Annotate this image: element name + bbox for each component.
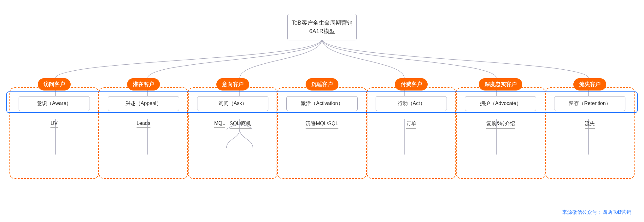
sub-items-1: UV [15,120,94,128]
outer-dashed-3: 询问（Ask） MQL SQL/商机 [188,87,277,179]
aware-box-3: 询问（Ask） [197,96,268,111]
outer-dashed-2: 兴趣（Appeal） Leads [99,87,188,179]
outer-dashed-4: 激活（Activation） 沉睡MQL/SQL [277,87,366,179]
sub-item-churn: 流失 [585,120,595,129]
outer-dashed-6: 拥护（Advocate） 复购&转介绍 [456,87,545,179]
sub-items-4: 沉睡MQL/SQL [282,120,361,129]
sub-item-order: 订单 [406,120,416,129]
col-loyal-customer: 深度忠实客户 拥护（Advocate） 复购&转介绍 [456,78,545,179]
sub-item-leads: Leads [137,120,150,128]
sub-items-3: MQL SQL/商机 [193,120,272,129]
sub-label-leads: Leads [137,120,150,128]
sub-items-2: Leads [104,120,183,128]
col-intent-customer: 意向客户 询问（Ask） MQL SQL/商机 [188,78,277,179]
sub-label-dormant-mql: 沉睡MQL/SQL [306,120,338,129]
sub-label-sql: SQL/商机 [230,120,251,129]
sub-items-6: 复购&转介绍 [461,120,540,129]
sub-item-dormant-mql: 沉睡MQL/SQL [306,120,338,129]
root-line2: 6A1R模型 [309,28,335,34]
root-line1: ToB客户全生命周期营销 [291,20,352,26]
col-dormant-customer: 沉睡客户 激活（Activation） 沉睡MQL/SQL [277,78,366,179]
outer-dashed-1: 意识（Aware） UV [9,87,99,179]
outer-dashed-7: 留存（Retention） 流失 [545,87,635,179]
aware-box-4: 激活（Activation） [286,96,358,111]
sub-items-7: 流失 [550,120,629,129]
col-visit-customer: 访问客户 意识（Aware） UV [9,78,99,179]
columns-container: 访问客户 意识（Aware） UV 潜在客户 兴趣（Appeal） Leads [0,78,644,179]
sub-item-repurchase: 复购&转介绍 [486,120,515,129]
col-potential-customer: 潜在客户 兴趣（Appeal） Leads [99,78,188,179]
sub-label-churn: 流失 [585,120,595,129]
aware-box-1: 意识（Aware） [19,96,90,111]
sub-label-order: 订单 [406,120,416,129]
sub-items-5: 订单 [372,120,451,129]
col-churn-customer: 流失客户 留存（Retention） 流失 [545,78,635,179]
sub-item-sql: SQL/商机 [230,120,251,129]
aware-box-6: 拥护（Advocate） [465,96,536,111]
root-node: ToB客户全生命周期营销 6A1R模型 [287,14,357,40]
aware-box-2: 兴趣（Appeal） [108,96,179,111]
sub-label-mql: MQL [214,120,225,128]
aware-box-5: 行动（Act） [376,96,447,111]
diagram-container: ToB客户全生命周期营销 6A1R模型 访问客户 意识（Aware） UV 潜在… [0,0,644,222]
source-label: 来源微信公众号：四两ToB营销 [562,209,631,216]
col-paying-customer: 付费客户 行动（Act） 订单 [367,78,456,179]
outer-dashed-5: 行动（Act） 订单 [367,87,456,179]
sub-item-uv: UV [50,120,57,128]
sub-label-uv: UV [50,120,57,128]
sub-item-mql: MQL [214,120,225,129]
aware-box-7: 留存（Retention） [554,96,625,111]
sub-label-repurchase: 复购&转介绍 [486,120,515,129]
